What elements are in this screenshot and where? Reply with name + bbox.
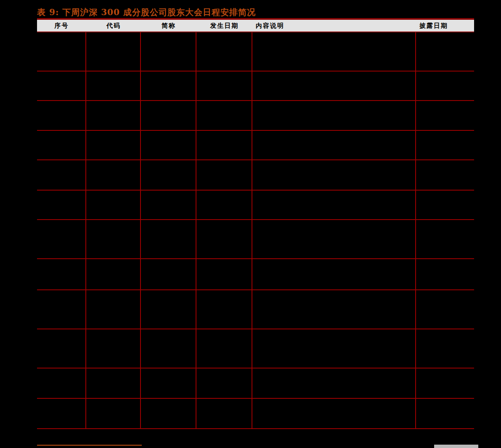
table-cell	[252, 72, 416, 100]
table-cell	[196, 220, 252, 258]
data-table: 序号 代码 简称 发生日期 内容说明 披露日期	[37, 18, 474, 429]
table-cell	[37, 160, 86, 190]
table-row	[37, 72, 474, 101]
table-cell	[141, 329, 196, 368]
column-header-short-name: 简称	[141, 22, 196, 30]
table-cell	[252, 329, 416, 368]
table-cell	[37, 32, 86, 71]
table-cell	[86, 399, 141, 428]
table-cell	[141, 220, 196, 258]
table-cell	[37, 368, 86, 398]
table-cell	[86, 72, 141, 100]
table-row	[37, 220, 474, 259]
table-cell	[86, 259, 141, 289]
table-row	[37, 160, 474, 191]
table-header-row: 序号 代码 简称 发生日期 内容说明 披露日期	[37, 18, 474, 32]
table-row	[37, 399, 474, 429]
table-cell	[141, 72, 196, 100]
table-cell	[37, 399, 86, 428]
table-cell	[252, 368, 416, 398]
column-header-index: 序号	[37, 22, 86, 30]
table-cell	[196, 368, 252, 398]
table-cell	[141, 191, 196, 219]
table-row	[37, 101, 474, 131]
table-cell	[252, 160, 416, 190]
table-cell	[86, 329, 141, 368]
table-cell	[252, 101, 416, 130]
table-cell	[37, 329, 86, 368]
table-cell	[86, 131, 141, 159]
table-cell	[86, 220, 141, 258]
table-cell	[252, 220, 416, 258]
table-cell	[416, 101, 474, 130]
table-cell	[86, 160, 141, 190]
table-cell	[86, 368, 141, 398]
table-row	[37, 259, 474, 290]
table-cell	[252, 131, 416, 159]
table-cell	[416, 368, 474, 398]
table-cell	[86, 290, 141, 329]
table-cell	[416, 290, 474, 329]
table-cell	[196, 131, 252, 159]
table-body	[37, 32, 474, 429]
report-table-section: 表 9: 下周沪深 300 成分股公司股东大会日程安排简况 序号 代码 简称 发…	[37, 7, 474, 429]
table-cell	[252, 290, 416, 329]
table-cell	[416, 399, 474, 428]
column-header-disclosure-date: 披露日期	[416, 22, 474, 30]
table-cell	[416, 131, 474, 159]
table-cell	[37, 259, 86, 289]
table-row	[37, 32, 474, 72]
table-cell	[252, 259, 416, 289]
table-cell	[37, 101, 86, 130]
table-cell	[196, 399, 252, 428]
table-row	[37, 191, 474, 220]
table-cell	[252, 32, 416, 71]
table-cell	[416, 329, 474, 368]
bottom-right-gray-box	[434, 445, 478, 448]
table-cell	[416, 191, 474, 219]
table-cell	[196, 259, 252, 289]
table-cell	[196, 72, 252, 100]
table-cell	[416, 220, 474, 258]
table-cell	[141, 399, 196, 428]
table-cell	[141, 131, 196, 159]
table-cell	[86, 101, 141, 130]
table-cell	[196, 32, 252, 71]
table-cell	[416, 32, 474, 71]
table-cell	[141, 160, 196, 190]
table-cell	[37, 191, 86, 219]
table-cell	[141, 259, 196, 289]
column-header-code: 代码	[86, 22, 141, 30]
table-cell	[141, 290, 196, 329]
table-cell	[416, 259, 474, 289]
table-cell	[196, 160, 252, 190]
column-header-event-date: 发生日期	[196, 22, 252, 30]
table-cell	[252, 399, 416, 428]
table-cell	[37, 220, 86, 258]
table-row	[37, 368, 474, 399]
table-cell	[196, 191, 252, 219]
table-cell	[37, 290, 86, 329]
table-cell	[141, 368, 196, 398]
table-cell	[86, 191, 141, 219]
table-cell	[416, 160, 474, 190]
table-row	[37, 131, 474, 160]
table-cell	[37, 131, 86, 159]
table-cell	[196, 329, 252, 368]
table-cell	[196, 290, 252, 329]
table-cell	[86, 32, 141, 71]
table-cell	[37, 72, 86, 100]
table-title: 表 9: 下周沪深 300 成分股公司股东大会日程安排简况	[37, 7, 474, 18]
footer-rule	[37, 445, 142, 446]
column-header-description: 内容说明	[252, 22, 416, 30]
table-cell	[141, 32, 196, 71]
table-cell	[252, 191, 416, 219]
table-row	[37, 329, 474, 368]
table-row	[37, 290, 474, 329]
table-cell	[416, 72, 474, 100]
table-cell	[141, 101, 196, 130]
table-cell	[196, 101, 252, 130]
